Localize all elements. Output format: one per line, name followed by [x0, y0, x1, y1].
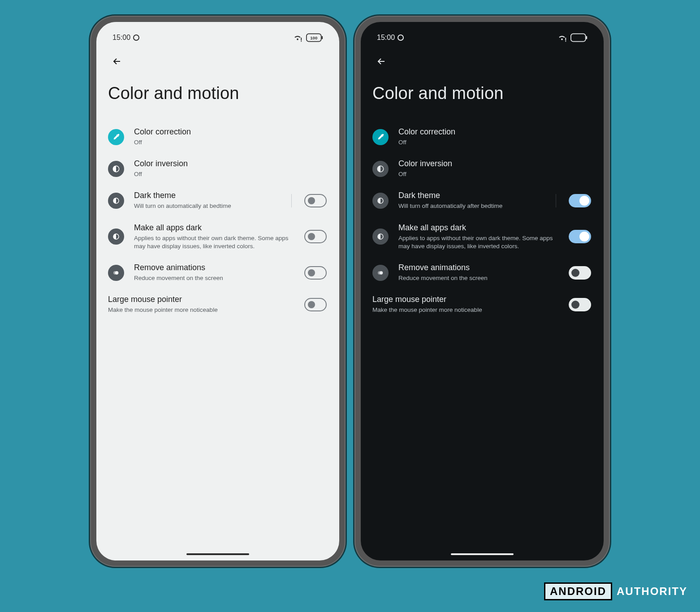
status-bar: 15:00 100: [104, 30, 331, 45]
dark-theme-toggle[interactable]: [304, 194, 327, 207]
svg-rect-12: [571, 34, 586, 41]
color-correction-label: Color correction: [134, 127, 327, 137]
color-correction-sub: Off: [134, 138, 327, 147]
divider: [291, 194, 292, 207]
svg-rect-13: [586, 36, 588, 39]
contrast-icon: [372, 161, 389, 177]
svg-point-1: [301, 41, 302, 42]
dnd-icon: [398, 34, 404, 41]
dark-theme-icon: [108, 193, 124, 209]
remove-animations-toggle[interactable]: [304, 266, 327, 280]
dark-theme-label: Dark theme: [398, 191, 543, 200]
remove-animations-sub: Reduce movement on the screen: [398, 274, 559, 282]
svg-point-18: [380, 271, 383, 275]
screen: 15:00 100 Color and motion: [96, 22, 339, 560]
remove-animations-sub: Reduce movement on the screen: [134, 274, 294, 282]
back-button[interactable]: [108, 52, 126, 70]
contrast-icon: [108, 161, 124, 177]
dark-theme-icon: [372, 193, 389, 209]
watermark-boxed: ANDROID: [544, 582, 612, 600]
svg-rect-10: [565, 38, 566, 40]
color-correction-sub: Off: [398, 138, 591, 147]
large-mouse-pointer-label: Large mouse pointer: [108, 295, 294, 304]
apps-dark-icon: [372, 228, 389, 245]
watermark: ANDROID AUTHORITY: [544, 582, 687, 600]
remove-animations-label: Remove animations: [134, 263, 294, 272]
color-inversion-label: Color inversion: [398, 159, 591, 168]
home-indicator[interactable]: [451, 553, 514, 555]
svg-point-11: [565, 41, 566, 42]
large-mouse-pointer-sub: Make the mouse pointer more noticeable: [108, 306, 294, 314]
row-remove-animations[interactable]: Remove animations Reduce movement on the…: [104, 257, 331, 289]
phone-mock-dark: 15:00 Color and motion: [354, 16, 610, 567]
screen: 15:00 Color and motion: [361, 22, 604, 560]
color-inversion-sub: Off: [398, 170, 591, 178]
make-all-apps-dark-toggle[interactable]: [569, 230, 591, 243]
svg-rect-0: [301, 38, 302, 40]
dark-theme-toggle[interactable]: [569, 194, 591, 207]
divider: [556, 194, 556, 207]
row-large-mouse-pointer[interactable]: Large mouse pointer Make the mouse point…: [369, 289, 596, 320]
make-all-apps-dark-toggle[interactable]: [304, 230, 327, 243]
large-mouse-pointer-toggle[interactable]: [304, 298, 327, 311]
remove-animations-toggle[interactable]: [569, 266, 591, 280]
large-mouse-pointer-label: Large mouse pointer: [372, 295, 559, 304]
color-correction-label: Color correction: [398, 127, 591, 137]
settings-list: Color correction Off Color inversion Off: [104, 121, 331, 321]
status-time: 15:00: [377, 34, 395, 42]
row-remove-animations[interactable]: Remove animations Reduce movement on the…: [369, 257, 596, 289]
settings-list: Color correction Off Color inversion Off: [369, 121, 596, 321]
wifi-icon: [293, 33, 302, 43]
back-button[interactable]: [372, 52, 390, 70]
color-inversion-label: Color inversion: [134, 159, 327, 168]
row-dark-theme[interactable]: Dark theme Will turn off automatically a…: [369, 185, 596, 216]
color-inversion-sub: Off: [134, 170, 327, 178]
make-all-apps-dark-sub: Applies to apps without their own dark t…: [398, 234, 559, 250]
dark-theme-sub: Will turn on automatically at bedtime: [134, 202, 279, 210]
dark-theme-sub: Will turn off automatically after bedtim…: [398, 202, 543, 210]
status-time: 15:00: [112, 34, 130, 42]
make-all-apps-dark-sub: Applies to apps without their own dark t…: [134, 234, 294, 250]
page-title: Color and motion: [104, 84, 331, 121]
apps-dark-icon: [108, 228, 124, 245]
row-make-all-apps-dark[interactable]: Make all apps dark Applies to apps witho…: [104, 217, 331, 257]
dark-theme-label: Dark theme: [134, 191, 279, 200]
large-mouse-pointer-toggle[interactable]: [569, 298, 591, 311]
animations-icon: [108, 265, 124, 281]
battery-icon: [570, 33, 588, 42]
row-color-inversion[interactable]: Color inversion Off: [369, 153, 596, 185]
row-color-inversion[interactable]: Color inversion Off: [104, 153, 331, 185]
svg-text:100: 100: [310, 35, 317, 40]
page-title: Color and motion: [369, 84, 596, 121]
row-color-correction[interactable]: Color correction Off: [104, 121, 331, 153]
battery-icon: 100: [306, 33, 323, 42]
eyedropper-icon: [108, 129, 124, 145]
home-indicator[interactable]: [186, 553, 249, 555]
status-bar: 15:00: [369, 30, 596, 45]
row-color-correction[interactable]: Color correction Off: [369, 121, 596, 153]
remove-animations-label: Remove animations: [398, 263, 559, 272]
animations-icon: [372, 265, 389, 281]
row-make-all-apps-dark[interactable]: Make all apps dark Applies to apps witho…: [369, 217, 596, 257]
large-mouse-pointer-sub: Make the mouse pointer more noticeable: [372, 306, 559, 314]
wifi-icon: [557, 33, 567, 43]
make-all-apps-dark-label: Make all apps dark: [398, 223, 559, 233]
eyedropper-icon: [372, 129, 389, 145]
row-dark-theme[interactable]: Dark theme Will turn on automatically at…: [104, 185, 331, 216]
svg-point-9: [115, 271, 119, 275]
make-all-apps-dark-label: Make all apps dark: [134, 223, 294, 233]
watermark-plain: AUTHORITY: [617, 585, 687, 598]
row-large-mouse-pointer[interactable]: Large mouse pointer Make the mouse point…: [104, 289, 331, 320]
svg-rect-3: [322, 36, 323, 39]
dnd-icon: [133, 34, 139, 41]
phone-mock-light: 15:00 100 Color and motion: [90, 16, 346, 567]
